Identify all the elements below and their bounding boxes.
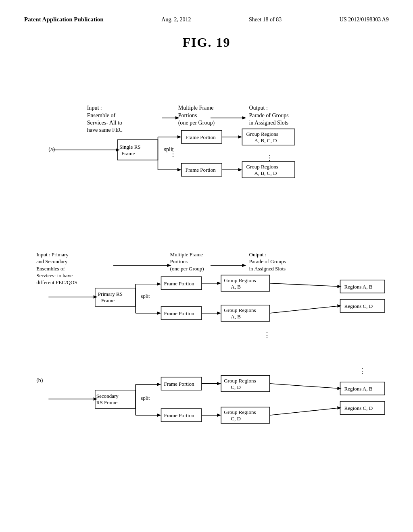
input-text-a-1: Ensemble of: [87, 112, 116, 118]
output-text-b-1: Parade of Groups: [249, 258, 286, 264]
input-b-2: and Secondary: [36, 258, 68, 264]
gr-to-r2: [270, 305, 340, 313]
output-label-a: Output :: [249, 104, 267, 111]
input-text-a-2: Services- All to: [87, 119, 122, 126]
output-label-b: Output :: [249, 251, 266, 258]
label-b: (b): [36, 376, 43, 383]
gr-s-top-1: Group Regions: [224, 377, 256, 383]
split-secondary: split: [141, 395, 150, 401]
input-label-a: Input :: [87, 104, 102, 111]
frame-portions-label-a: Multiple Frame: [178, 104, 214, 111]
frame-portion-top-text: Frame Portion: [186, 134, 216, 140]
gr-to-r3: [270, 383, 340, 388]
single-rs-text-1: Single RS: [119, 144, 141, 150]
label-a: (a): [48, 146, 55, 153]
regions-3-text: Regions A, B: [344, 385, 373, 391]
split-top-head: [177, 135, 181, 139]
gr-s-bot-2: C, D: [231, 416, 241, 422]
dots-gr-a: ⋮: [266, 154, 273, 162]
gr-to-r1-head: [337, 285, 341, 288]
diagram-a: Input : Ensemble of Services- All to hav…: [24, 66, 389, 204]
primary-rs-2: Frame: [101, 297, 115, 303]
split-bottom-head: [177, 168, 181, 171]
dots-a: ⋮: [169, 150, 177, 158]
gr-p-bot-1: Group Regions: [224, 307, 256, 313]
frame-portions-label-a-2: Portions: [178, 112, 197, 118]
gr-to-r1: [270, 283, 340, 286]
input-b-3: Ensembles of: [36, 265, 65, 271]
gr-p-bot-2: A, B: [231, 314, 241, 320]
input-b-5: different FEC/QOS: [36, 279, 77, 285]
header-left: Patent Application Publication: [24, 16, 104, 23]
primary-rs-1: Primary RS: [98, 291, 123, 297]
fp-p-bot-text: Frame Portion: [164, 310, 194, 316]
header: Patent Application Publication Aug. 2, 2…: [24, 16, 389, 23]
diagram-b-svg: Input : Primary and Secondary Ensembles …: [24, 220, 389, 471]
header-right: US 2012/0198303 A9: [340, 17, 389, 23]
fp-p-top-text: Frame Portion: [164, 280, 194, 286]
arrow-primary-head: [94, 295, 98, 298]
gr-top-text-1: Group Regions: [246, 131, 278, 137]
fp-s-top-text: Frame Portion: [164, 380, 194, 387]
fp-p-bot-head: [217, 312, 221, 315]
regions-2-text: Regions C, D: [344, 303, 373, 309]
gr-s-top-2: C, D: [231, 384, 241, 390]
single-rs-text-2: Frame: [121, 150, 135, 156]
page: Patent Application Publication Aug. 2, 2…: [0, 0, 413, 532]
diagram-a-svg: Input : Ensemble of Services- All to hav…: [24, 66, 389, 204]
p-split-bot-head: [157, 312, 161, 315]
frame-portions-b-2: Portions: [170, 258, 188, 264]
input-text-a-3: have same FEC: [87, 127, 123, 133]
gr-to-r3-head: [337, 387, 341, 390]
fp-s-bot-text: Frame Portion: [164, 412, 194, 418]
gr-to-r4: [270, 408, 340, 415]
arrow-mid-a-head: [242, 116, 246, 120]
fp-s-top-head: [217, 382, 221, 385]
fp-to-gr-top-head: [238, 135, 242, 139]
secondary-rs-1: Secondary: [96, 393, 119, 399]
fp-to-gr-bottom-head: [238, 168, 242, 171]
gr-to-r2-head: [337, 304, 341, 307]
p-split-top-head: [157, 282, 161, 285]
frame-portions-b: Multiple Frame: [170, 251, 203, 258]
gr-top-text-2: A, B, C, D: [254, 137, 277, 143]
regions-1-text: Regions A, B: [344, 283, 373, 289]
s-split-bot-head: [157, 414, 161, 417]
dots-b-mid: ⋮: [263, 331, 271, 339]
fp-s-bot-head: [217, 414, 221, 417]
arrow-mid-b-head: [242, 264, 246, 267]
output-text-a-2: in Assigned Slots: [249, 119, 288, 126]
header-sheet: Sheet 18 of 83: [249, 17, 282, 23]
gr-p-top-1: Group Regions: [224, 277, 256, 283]
dots-regions: ⋮: [359, 366, 366, 374]
gr-bottom-text-1: Group Regions: [246, 164, 278, 170]
fp-p-top-head: [217, 281, 221, 285]
split-primary: split: [141, 293, 150, 299]
gr-p-top-2: A, B: [231, 283, 241, 289]
frame-portions-label-a-3: (one per Group): [178, 119, 215, 126]
input-label-b: Input : Primary: [36, 251, 69, 258]
gr-bottom-text-2: A, B, C, D: [254, 170, 277, 176]
frame-portions-b-3: (one per Group): [170, 265, 204, 271]
secondary-rs-2: RS Frame: [96, 399, 118, 405]
gr-to-r4-head: [337, 406, 341, 409]
gr-s-bot-1: Group Regions: [224, 409, 256, 415]
diagram-b: Input : Primary and Secondary Ensembles …: [24, 220, 389, 471]
frame-portion-bottom-text: Frame Portion: [186, 167, 216, 173]
header-date: Aug. 2, 2012: [161, 17, 191, 23]
fig-title: FIG. 19: [24, 35, 389, 50]
input-b-4: Services- to have: [36, 272, 73, 278]
output-text-b-2: in Assigned Slots: [249, 265, 286, 271]
output-text-a-1: Parade of Groups: [249, 112, 288, 118]
regions-4-text: Regions C, D: [344, 405, 373, 411]
s-split-top-head: [157, 382, 161, 386]
